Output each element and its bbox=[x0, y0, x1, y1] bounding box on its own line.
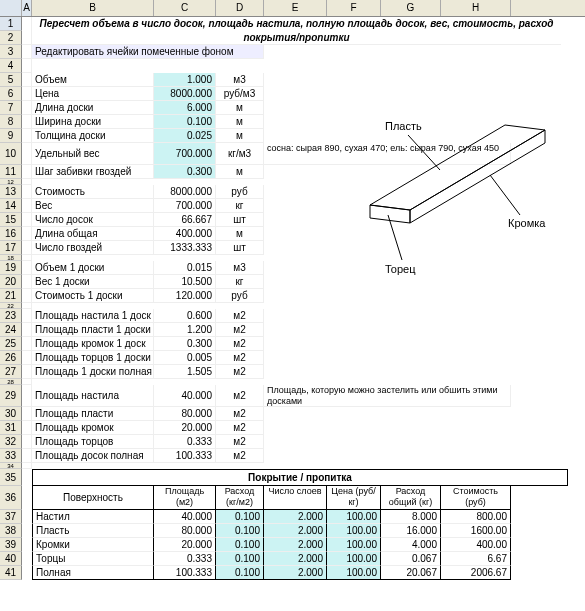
rowhead[interactable]: 20 bbox=[0, 275, 22, 289]
rowhead[interactable]: 36 bbox=[0, 486, 22, 510]
label-ta0: Площадь настила bbox=[32, 385, 154, 407]
rowhead[interactable]: 14 bbox=[0, 199, 22, 213]
rowhead[interactable]: 10 bbox=[0, 143, 22, 165]
table-row-price[interactable]: 100.00 bbox=[327, 552, 381, 566]
colhead-B[interactable]: B bbox=[32, 0, 154, 16]
table-row-cost: 400.00 bbox=[441, 538, 511, 552]
rowhead[interactable]: 31 bbox=[0, 421, 22, 435]
rowhead[interactable]: 16 bbox=[0, 227, 22, 241]
label-pb-0: Объем 1 доски bbox=[32, 261, 154, 275]
unit-pba-4: м2 bbox=[216, 365, 264, 379]
val-in0[interactable]: 1.000 bbox=[154, 73, 216, 87]
rowhead[interactable]: 39 bbox=[0, 538, 22, 552]
label-ta4: Площадь досок полная bbox=[32, 449, 154, 463]
table-row-cons[interactable]: 0.100 bbox=[216, 552, 264, 566]
table-row-layers[interactable]: 2.000 bbox=[264, 510, 327, 524]
table-row-cons[interactable]: 0.100 bbox=[216, 510, 264, 524]
table-row-area: 80.000 bbox=[154, 524, 216, 538]
sheet-body[interactable]: Пересчет объема в число досок, площадь н… bbox=[22, 17, 585, 580]
rowhead[interactable]: 32 bbox=[0, 435, 22, 449]
table-row-label: Полная bbox=[32, 566, 154, 580]
colhead-C[interactable]: C bbox=[154, 0, 216, 16]
val-in3[interactable]: 0.100 bbox=[154, 115, 216, 129]
val-pba-4: 1.505 bbox=[154, 365, 216, 379]
rowhead[interactable]: 41 bbox=[0, 566, 22, 580]
rowhead[interactable]: 23 bbox=[0, 309, 22, 323]
val-r1-3: 400.000 bbox=[154, 227, 216, 241]
rowhead[interactable]: 17 bbox=[0, 241, 22, 255]
table-row-price[interactable]: 100.00 bbox=[327, 538, 381, 552]
colhead-rowcorner[interactable] bbox=[0, 0, 22, 16]
rowhead[interactable]: 30 bbox=[0, 407, 22, 421]
rowhead[interactable]: 7 bbox=[0, 101, 22, 115]
rowhead[interactable]: 1 bbox=[0, 17, 22, 31]
label-in4: Толщина доски bbox=[32, 129, 154, 143]
rowhead[interactable]: 11 bbox=[0, 165, 22, 179]
val-in2[interactable]: 6.000 bbox=[154, 101, 216, 115]
table-row-totcons: 20.067 bbox=[381, 566, 441, 580]
rowhead[interactable]: 27 bbox=[0, 365, 22, 379]
table-row-cost: 1600.00 bbox=[441, 524, 511, 538]
val-density[interactable]: 700.000 bbox=[154, 143, 216, 165]
rowhead[interactable]: 33 bbox=[0, 449, 22, 463]
rowhead[interactable]: 3 bbox=[0, 45, 22, 59]
table-row-area: 40.000 bbox=[154, 510, 216, 524]
table-row-totcons: 4.000 bbox=[381, 538, 441, 552]
label-r1-4: Число гвоздей bbox=[32, 241, 154, 255]
val-ta3: 0.333 bbox=[154, 435, 216, 449]
table-row-layers[interactable]: 2.000 bbox=[264, 538, 327, 552]
rowhead[interactable]: 4 bbox=[0, 59, 22, 73]
label-r1-1: Вес bbox=[32, 199, 154, 213]
colhead-H[interactable]: H bbox=[441, 0, 511, 16]
val-in4[interactable]: 0.025 bbox=[154, 129, 216, 143]
row-headers[interactable]: 1 2 3 4 5 6 7 8 9 10 11 12 13 14 15 16 1… bbox=[0, 17, 22, 580]
label-in0: Объем bbox=[32, 73, 154, 87]
rowhead[interactable]: 40 bbox=[0, 552, 22, 566]
colhead-F[interactable]: F bbox=[327, 0, 381, 16]
table-row-layers[interactable]: 2.000 bbox=[264, 552, 327, 566]
table-row-label: Пласть bbox=[32, 524, 154, 538]
table-row-layers[interactable]: 2.000 bbox=[264, 524, 327, 538]
table-row-price[interactable]: 100.00 bbox=[327, 566, 381, 580]
rowhead[interactable]: 37 bbox=[0, 510, 22, 524]
note-ta0: Площадь, которую можно застелить или обш… bbox=[264, 385, 511, 407]
table-row-label: Настил bbox=[32, 510, 154, 524]
rowhead[interactable]: 19 bbox=[0, 261, 22, 275]
unit-r1-2: шт bbox=[216, 213, 264, 227]
label-density: Удельный вес bbox=[32, 143, 154, 165]
rowhead[interactable]: 38 bbox=[0, 524, 22, 538]
colhead-E[interactable]: E bbox=[264, 0, 327, 16]
rowhead[interactable]: 8 bbox=[0, 115, 22, 129]
table-row-layers[interactable]: 2.000 bbox=[264, 566, 327, 580]
rowhead[interactable]: 2 bbox=[0, 31, 22, 45]
colhead-G[interactable]: G bbox=[381, 0, 441, 16]
val-in1[interactable]: 8000.000 bbox=[154, 87, 216, 101]
rowhead[interactable]: 21 bbox=[0, 289, 22, 303]
table-row-price[interactable]: 100.00 bbox=[327, 524, 381, 538]
val-pba-1: 1.200 bbox=[154, 323, 216, 337]
unit-ta3: м2 bbox=[216, 435, 264, 449]
table-row-price[interactable]: 100.00 bbox=[327, 510, 381, 524]
rowhead[interactable]: 26 bbox=[0, 351, 22, 365]
column-headers[interactable]: A B C D E F G H bbox=[0, 0, 585, 17]
rowhead[interactable]: 13 bbox=[0, 185, 22, 199]
table-row-cons[interactable]: 0.100 bbox=[216, 538, 264, 552]
rowhead[interactable]: 29 bbox=[0, 385, 22, 407]
label-pb-2: Стоимость 1 доски bbox=[32, 289, 154, 303]
rowhead[interactable]: 15 bbox=[0, 213, 22, 227]
rowhead[interactable]: 35 bbox=[0, 469, 22, 486]
table-row-label: Торцы bbox=[32, 552, 154, 566]
colhead-D[interactable]: D bbox=[216, 0, 264, 16]
th-surface: Поверхность bbox=[32, 486, 154, 510]
rowhead[interactable]: 25 bbox=[0, 337, 22, 351]
rowhead[interactable]: 5 bbox=[0, 73, 22, 87]
label-in3: Ширина доски bbox=[32, 115, 154, 129]
rowhead[interactable]: 24 bbox=[0, 323, 22, 337]
colhead-A[interactable]: A bbox=[22, 0, 32, 16]
label-r1-0: Стоимость bbox=[32, 185, 154, 199]
rowhead[interactable]: 6 bbox=[0, 87, 22, 101]
table-row-cons[interactable]: 0.100 bbox=[216, 566, 264, 580]
rowhead[interactable]: 9 bbox=[0, 129, 22, 143]
val-nailstep[interactable]: 0.300 bbox=[154, 165, 216, 179]
table-row-cons[interactable]: 0.100 bbox=[216, 524, 264, 538]
